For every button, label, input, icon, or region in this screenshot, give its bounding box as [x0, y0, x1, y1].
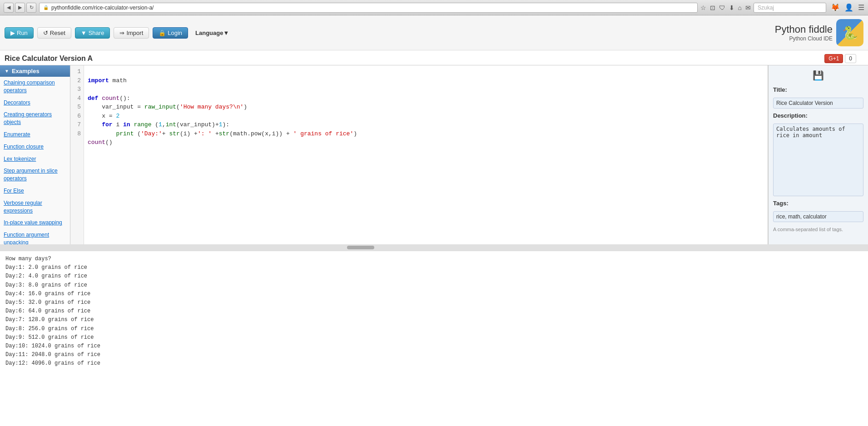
sidebar-item-inplace[interactable]: In-place value swapping — [0, 217, 70, 229]
code-editor[interactable]: 1 2 3 4 5 6 7 8 import math def count():… — [70, 65, 768, 244]
title-label: Title: — [773, 86, 863, 93]
url-text: pythonfiddle.com/rice-calculator-version… — [51, 5, 154, 11]
output-line: Day:1: 2.0 grains of rice — [5, 263, 863, 272]
firefox-icon: 🦊 — [831, 3, 840, 12]
profile-icon[interactable]: 👤 — [844, 3, 853, 12]
download-icon[interactable]: ⬇ — [729, 4, 734, 11]
sidebar: ▼ Examples Chaining comparison operators… — [0, 65, 70, 244]
python-fiddle-logo: Python fiddle Python Cloud IDE 🐍 — [775, 19, 863, 46]
lock-icon: 🔒 — [159, 30, 166, 36]
output-line: Day:4: 16.0 grains of rice — [5, 290, 863, 298]
reset-icon: ↺ — [43, 30, 48, 36]
output-line: Day:8: 256.0 grains of rice — [5, 325, 863, 333]
page-title-bar: Rice Calculator Version A G+1 0 — [0, 50, 868, 65]
horizontal-scrollbar[interactable] — [0, 244, 868, 251]
back-button[interactable]: ◀ — [4, 3, 14, 13]
code-editor-container[interactable]: 1 2 3 4 5 6 7 8 import math def count():… — [70, 65, 768, 244]
sidebar-item-verbose[interactable]: Verbose regular expressions — [0, 197, 70, 217]
sidebar-item-unpacking[interactable]: Function argument unpacking — [0, 229, 70, 244]
sidebar-item-chaining[interactable]: Chaining comparison operators — [0, 77, 70, 97]
description-label: Description: — [773, 112, 863, 119]
share-icon: ▼ — [81, 30, 87, 36]
browser-nav-buttons: ◀ ▶ ↻ — [4, 3, 36, 13]
horizontal-scrollbar-thumb[interactable] — [347, 246, 374, 249]
output-line: Day:7: 128.0 grains of rice — [5, 316, 863, 324]
search-placeholder: Szukaj — [758, 5, 774, 11]
gplus-count: 0 — [845, 54, 856, 63]
import-icon: ⇒ — [119, 30, 124, 36]
tags-input[interactable] — [773, 211, 863, 222]
output-area: How many days?Day:1: 2.0 grains of riceD… — [0, 251, 868, 372]
import-button[interactable]: ⇒ Import — [114, 27, 149, 39]
shield-icon[interactable]: 🛡 — [719, 4, 725, 11]
sidebar-item-slice[interactable]: Step argument in slice operators — [0, 165, 70, 185]
lock-icon: 🔒 — [43, 5, 49, 10]
share-button[interactable]: ▼ Share — [75, 27, 110, 39]
run-button[interactable]: ▶ Run — [5, 27, 34, 39]
output-line: Day:6: 64.0 grains of rice — [5, 307, 863, 316]
browser-right-icons: ☆ ⊡ 🛡 ⬇ ⌂ ✉ — [700, 4, 751, 11]
code-content[interactable]: import math def count(): var_input = raw… — [84, 65, 768, 244]
output-line: Day:9: 512.0 grains of rice — [5, 333, 863, 342]
line-numbers: 1 2 3 4 5 6 7 8 — [70, 65, 84, 244]
bookmark-icon[interactable]: ☆ — [700, 4, 706, 11]
logo-subtitle: Python Cloud IDE — [775, 35, 833, 42]
search-bar[interactable]: Szukaj — [754, 3, 826, 13]
sidebar-item-enumerate[interactable]: Enumerate — [0, 129, 70, 141]
examples-section-header[interactable]: ▼ Examples — [0, 65, 70, 77]
login-button[interactable]: 🔒 Login — [153, 27, 188, 39]
logo-icon: 🐍 — [836, 19, 863, 46]
page-title: Rice Calculator Version A — [5, 54, 93, 63]
main-layout: ▼ Examples Chaining comparison operators… — [0, 65, 868, 244]
browser-chrome: ◀ ▶ ↻ 🔒 pythonfiddle.com/rice-calculator… — [0, 0, 868, 15]
sidebar-item-lex[interactable]: Lex tokenizer — [0, 153, 70, 165]
output-line: Day:2: 4.0 grains of rice — [5, 272, 863, 281]
reload-button[interactable]: ↻ — [26, 3, 36, 13]
save-icon: 💾 — [773, 70, 863, 81]
gplus-widget: G+1 0 — [824, 54, 856, 63]
sidebar-item-decorators[interactable]: Decorators — [0, 97, 70, 109]
sync-icon[interactable]: ⊡ — [710, 4, 715, 11]
examples-label: Examples — [12, 68, 40, 74]
output-line: Day:3: 8.0 grains of rice — [5, 281, 863, 290]
description-textarea[interactable]: Calculates amounts of rice in amount — [773, 124, 863, 196]
logo-text: Python fiddle — [775, 24, 833, 35]
tags-hint: A comma-separated list of tags. — [773, 227, 863, 232]
url-bar[interactable]: 🔒 pythonfiddle.com/rice-calculator-versi… — [39, 3, 698, 13]
app-toolbar: ▶ Run ↺ Reset ▼ Share ⇒ Import 🔒 Login L… — [0, 15, 868, 50]
output-line: Day:10: 1024.0 grains of rice — [5, 342, 863, 351]
title-input[interactable] — [773, 98, 863, 109]
reset-button[interactable]: ↺ Reset — [37, 27, 71, 39]
run-icon: ▶ — [10, 30, 15, 36]
forward-button[interactable]: ▶ — [15, 3, 25, 13]
sidebar-item-generators[interactable]: Creating generators objects — [0, 109, 70, 129]
home-icon[interactable]: ⌂ — [738, 4, 742, 11]
tags-label: Tags: — [773, 200, 863, 207]
language-button[interactable]: Language▼ — [192, 28, 233, 38]
right-panel: 💾 Title: Description: Calculates amounts… — [768, 65, 868, 244]
output-line: Day:11: 2048.0 grains of rice — [5, 351, 863, 359]
gplus-button[interactable]: G+1 — [824, 54, 843, 63]
output-line: How many days? — [5, 255, 863, 263]
sidebar-item-for-else[interactable]: For Else — [0, 185, 70, 197]
send-icon[interactable]: ✉ — [745, 4, 751, 11]
output-line: Day:5: 32.0 grains of rice — [5, 298, 863, 307]
menu-icon[interactable]: ☰ — [858, 3, 864, 12]
examples-arrow-icon: ▼ — [5, 69, 9, 74]
output-line: Day:12: 4096.0 grains of rice — [5, 359, 863, 368]
sidebar-item-closure[interactable]: Function closure — [0, 141, 70, 153]
